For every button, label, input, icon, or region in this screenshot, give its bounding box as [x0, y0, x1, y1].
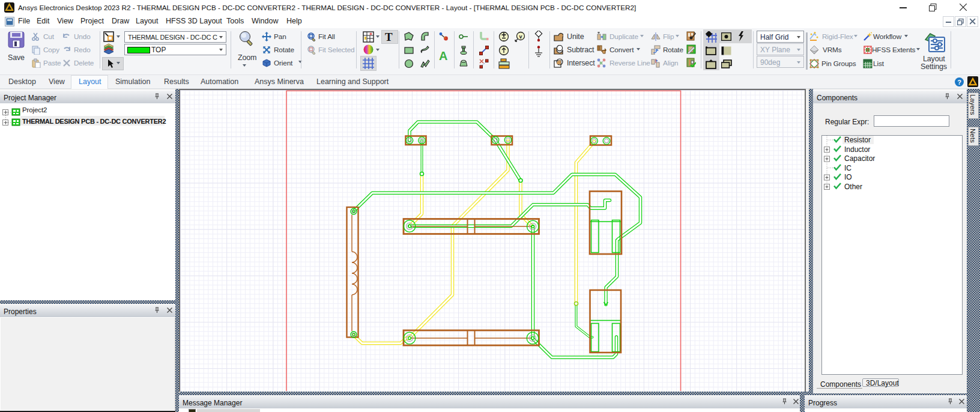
- svg-text:Capacitor: Capacitor: [844, 154, 875, 163]
- svg-text:Other: Other: [844, 183, 862, 191]
- svg-text:?: ?: [957, 79, 961, 86]
- svg-text:IO: IO: [844, 173, 852, 181]
- svg-text:Inductor: Inductor: [844, 145, 870, 154]
- svg-text:IC: IC: [844, 164, 851, 172]
- svg-text:v: v: [519, 34, 522, 40]
- svg-text:Resistor: Resistor: [844, 136, 871, 144]
